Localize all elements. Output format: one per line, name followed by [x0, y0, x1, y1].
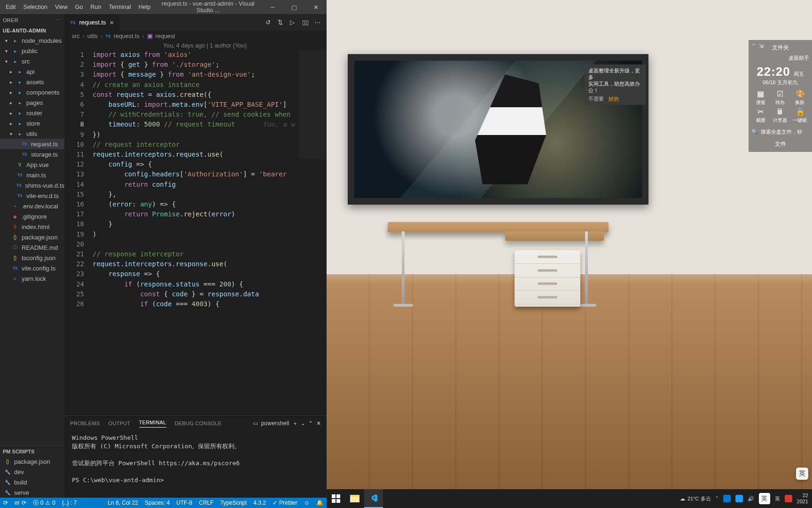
collapse-icon[interactable]: ⌃ — [751, 43, 756, 49]
more-actions-icon[interactable]: ⋯ — [314, 19, 322, 26]
widget-file-label[interactable]: 文件 — [751, 140, 809, 148]
tab-request-ts[interactable]: TS request.ts × — [64, 14, 120, 31]
status-indent[interactable]: Spaces: 4 — [141, 498, 173, 508]
status-problems[interactable]: ⓧ 0 ⚠ 0 — [30, 498, 59, 508]
tray-app-icon[interactable] — [735, 495, 743, 502]
git-compare-icon[interactable]: ⇅ — [278, 19, 285, 26]
breadcrumb-item[interactable]: src — [72, 33, 80, 40]
split-terminal-icon[interactable]: ⌄ — [301, 420, 305, 427]
windows-desktop[interactable]: 桌面整理全新升级，更多 实用工具，助您高效办公！ 不需要 好的 ⌃ ⇲ 文件夹 … — [327, 0, 812, 508]
tray-ime-text[interactable]: 英 — [775, 495, 780, 502]
npm-script-build[interactable]: 🔧build — [0, 477, 64, 487]
menu-go[interactable]: Go — [71, 0, 87, 14]
code-editor[interactable]: 1234567891011121314151617181920212223242… — [64, 50, 327, 415]
tree-file-vite-config-ts[interactable]: TSvite.config.ts — [0, 263, 64, 273]
menu-edit[interactable]: Edit — [2, 0, 20, 14]
tray-ime[interactable]: 英 — [759, 493, 770, 504]
task-explorer[interactable] — [345, 489, 364, 508]
windows-taskbar[interactable]: ☁ 21°C 多云 ˄ 🔊 英 英 22 2021 — [327, 489, 812, 508]
widget-tool-3[interactable]: ✂截图 — [751, 108, 770, 124]
minimap[interactable] — [298, 50, 327, 415]
minimize-button[interactable]: ─ — [262, 0, 283, 14]
tree-file-yarn-lock[interactable]: ≡yarn.lock — [0, 273, 64, 284]
tray-clock[interactable]: 22 2021 — [797, 492, 808, 505]
tree-folder-src[interactable]: ▾▸src — [0, 56, 64, 66]
breadcrumb-item[interactable]: request — [156, 33, 175, 40]
tree-folder-components[interactable]: ▸▸components — [0, 87, 64, 97]
status-prettier[interactable]: ✓ Prettier — [269, 498, 301, 508]
terminal-body[interactable]: Windows PowerShell 版权所有 (C) Microsoft Co… — [64, 431, 327, 498]
breadcrumb[interactable]: src› utils› TS request.ts› ▣ request — [64, 31, 327, 41]
status-cursor[interactable]: Ln 8, Col 22 — [104, 498, 141, 508]
start-button[interactable] — [327, 489, 345, 508]
project-name[interactable]: UE-ANTD-ADMIN — [0, 26, 64, 35]
maximize-button[interactable]: ▢ — [283, 0, 305, 14]
tree-file-request-ts[interactable]: TSrequest.ts — [0, 139, 64, 149]
close-button[interactable]: ✕ — [305, 0, 327, 14]
widget-helper-label[interactable]: 桌面助手 — [751, 55, 809, 62]
status-lang[interactable]: TypeScript — [217, 498, 250, 508]
panel-tab-problems[interactable]: PROBLEMS — [70, 421, 100, 426]
status-encoding[interactable]: UTF-8 — [173, 498, 195, 508]
breadcrumb-item[interactable]: utils — [87, 33, 98, 40]
widget-clock[interactable]: 22:20 周五 06/18 五月初九 — [751, 64, 809, 86]
tray-volume-icon[interactable]: 🔊 — [748, 496, 754, 502]
status-feedback-icon[interactable]: ☺ — [301, 498, 313, 508]
npm-scripts-header[interactable]: PM SCRIPTS — [0, 445, 64, 456]
code-content[interactable]: import axios from 'axios'import { get } … — [93, 50, 327, 415]
tray-weather[interactable]: ☁ 21°C 多云 — [680, 495, 711, 502]
widget-search[interactable]: 🔍 搜索全盘文件，秒 — [751, 128, 809, 135]
popup-accept[interactable]: 好的 — [609, 95, 619, 102]
tree-folder-node_modules[interactable]: ▾▸node_modules — [0, 35, 64, 46]
close-panel-icon[interactable]: ✕ — [316, 420, 321, 427]
npm-script-package.json[interactable]: {}package.json — [0, 456, 64, 467]
system-tray[interactable]: ☁ 21°C 多云 ˄ 🔊 英 英 22 2021 — [676, 492, 812, 505]
tree-folder-assets[interactable]: ▸▸assets — [0, 77, 64, 87]
tray-app-icon[interactable] — [785, 495, 792, 502]
tree-folder-utils[interactable]: ▾▸utils — [0, 128, 64, 139]
widget-tool-2[interactable]: 🎨换肤 — [790, 90, 809, 106]
status-tsver[interactable]: 4.3.2 — [250, 498, 269, 508]
tree-file--env-dev-local[interactable]: ▫.env.dev.local — [0, 201, 64, 211]
npm-script-serve[interactable]: 🔧serve — [0, 487, 64, 498]
menu-run[interactable]: Run — [87, 0, 105, 14]
panel-tab-output[interactable]: OUTPUT — [109, 421, 131, 426]
breadcrumb-item[interactable]: request.ts — [114, 33, 140, 40]
tree-folder-store[interactable]: ▸▸store — [0, 118, 64, 128]
tree-file-tsconfig-json[interactable]: {}tsconfig.json — [0, 253, 64, 263]
menu-view[interactable]: View — [51, 0, 71, 14]
ime-floating-badge[interactable]: 英 — [796, 468, 808, 480]
tree-file-App-vue[interactable]: VApp.vue — [0, 159, 64, 170]
tree-folder-api[interactable]: ▸▸api — [0, 66, 64, 77]
tree-file-vite-env-d-ts[interactable]: TSvite-env.d.ts — [0, 190, 64, 201]
pin-icon[interactable]: ⇲ — [759, 43, 764, 49]
titlebar[interactable]: EditSelectionViewGoRunTerminalHelp reque… — [0, 0, 327, 14]
status-eol[interactable]: CRLF — [195, 498, 217, 508]
tree-file--gitignore[interactable]: ◆.gitignore — [0, 211, 64, 222]
npm-script-dev[interactable]: 🔧dev — [0, 467, 64, 477]
tree-file-shims-vue-d-ts[interactable]: TSshims-vue.d.ts — [0, 180, 64, 190]
more-icon[interactable]: ⋯ — [55, 17, 61, 23]
status-remote[interactable]: ⟳ — [0, 498, 11, 508]
widget-tool-5[interactable]: 🔒一键锁 — [790, 108, 809, 124]
widget-tool-4[interactable]: 🖩计算器 — [771, 108, 790, 124]
new-terminal-icon[interactable]: ＋ — [292, 420, 298, 428]
status-bracket[interactable]: {..} : 7 — [59, 498, 80, 508]
menu-selection[interactable]: Selection — [20, 0, 51, 14]
menu-help[interactable]: Help — [135, 0, 155, 14]
tray-app-icon[interactable] — [723, 495, 731, 502]
widget-tool-1[interactable]: ☑待办 — [771, 90, 790, 106]
tree-file-package-json[interactable]: {}package.json — [0, 232, 64, 242]
tree-file-README-md[interactable]: ⓘREADME.md — [0, 242, 64, 253]
task-vscode[interactable] — [364, 489, 383, 508]
desktop-widget-panel[interactable]: ⌃ ⇲ 文件夹 桌面助手 22:20 周五 06/18 五月初九 ▦便签☑待办🎨… — [749, 40, 812, 152]
tree-folder-public[interactable]: ▾▸public — [0, 46, 64, 56]
tree-file-storage-ts[interactable]: TSstorage.ts — [0, 149, 64, 159]
tree-folder-router[interactable]: ▸▸router — [0, 108, 64, 118]
widget-tool-0[interactable]: ▦便签 — [751, 90, 770, 106]
status-branch[interactable]: er ⟳ — [11, 498, 30, 508]
timeline-icon[interactable]: ↺ — [265, 19, 273, 26]
tree-file-main-ts[interactable]: TSmain.ts — [0, 170, 64, 180]
run-icon[interactable]: ▷ — [290, 19, 297, 26]
panel-tab-terminal[interactable]: TERMINAL — [139, 420, 166, 428]
